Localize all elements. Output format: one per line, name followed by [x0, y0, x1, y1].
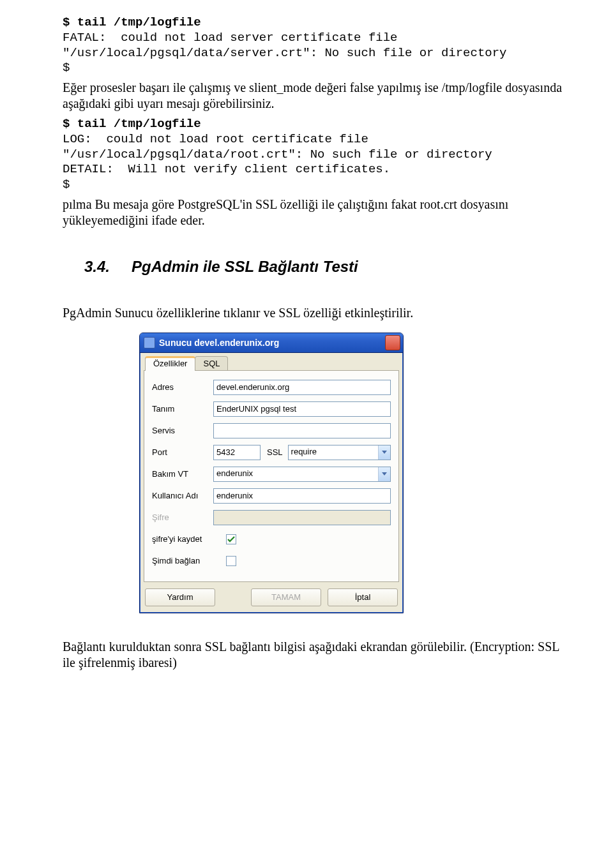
paragraph: PgAdmin Sunucu özelliklerine tıklanır ve… [63, 305, 575, 321]
code-line: LOG: could not load root certificate fil… [63, 132, 492, 161]
code-line: $ [63, 177, 70, 191]
chevron-down-icon[interactable] [378, 445, 390, 460]
ssl-combo[interactable]: require [288, 445, 391, 460]
port-field[interactable] [213, 445, 261, 460]
iptal-button[interactable]: İptal [328, 588, 398, 606]
code-line: $ [63, 61, 70, 75]
code-line: FATAL: could not load server certificate… [63, 31, 507, 60]
tamam-button[interactable]: TAMAM [251, 588, 321, 606]
chevron-down-icon[interactable] [378, 467, 390, 481]
server-properties-dialog: Sunucu devel.enderunix.org Özellikler SQ… [139, 333, 404, 613]
window-title: Sunucu devel.enderunix.org [159, 338, 385, 348]
heading-number: 3.4. [84, 258, 110, 275]
dialog-screenshot: Sunucu devel.enderunix.org Özellikler SQ… [139, 333, 575, 613]
label-ssl: SSL [267, 447, 283, 457]
yardim-button[interactable]: Yardım [145, 588, 215, 606]
paragraph: pılma Bu mesaja göre PostgreSQL'in SSL ö… [63, 197, 575, 228]
heading-text: PgAdmin ile SSL Bağlantı Testi [132, 258, 358, 275]
tab-sql[interactable]: SQL [195, 356, 228, 371]
simdibaglan-checkbox[interactable] [226, 556, 236, 566]
bakimvt-combo-value: enderunix [214, 467, 378, 481]
paragraph: Eğer prosesler başarı ile çalışmış ve sl… [63, 80, 575, 112]
label-bakimvt: Bakım VT [152, 469, 213, 479]
tab-ozellikler[interactable]: Özellikler [145, 356, 195, 371]
ssl-combo-value: require [289, 445, 378, 460]
tanim-field[interactable] [213, 401, 391, 417]
paragraph: Bağlantı kurulduktan sonra SSL bağlantı … [63, 639, 575, 671]
label-simdibaglan: Şimdi bağlan [152, 556, 226, 565]
app-icon [144, 337, 155, 348]
close-button[interactable] [385, 335, 400, 350]
titlebar[interactable]: Sunucu devel.enderunix.org [140, 333, 403, 353]
label-tanim: Tanım [152, 404, 213, 414]
section-heading: 3.4.PgAdmin ile SSL Bağlantı Testi [84, 258, 575, 276]
check-icon [227, 536, 235, 542]
tabs: Özellikler SQL [145, 355, 399, 370]
label-sifre: Şifre [152, 513, 213, 522]
kullanici-field[interactable] [213, 488, 391, 504]
label-kullanici: Kullanıcı Adı [152, 491, 213, 500]
sifre-field [213, 510, 391, 525]
code-line: $ tail /tmp/logfile [63, 15, 201, 29]
code-block-1: $ tail /tmp/logfile FATAL: could not loa… [63, 15, 575, 76]
code-line: $ tail /tmp/logfile [63, 117, 201, 131]
bakimvt-combo[interactable]: enderunix [213, 467, 391, 482]
code-block-2: $ tail /tmp/logfile LOG: could not load … [63, 117, 575, 193]
label-servis: Servis [152, 426, 213, 435]
button-bar: Yardım TAMAM İptal [140, 582, 403, 613]
code-line: DETAIL: Will not verify client certifica… [63, 162, 390, 176]
adres-field[interactable] [213, 380, 391, 395]
label-port: Port [152, 447, 213, 457]
label-sifrekaydet: şifre'yi kaydet [152, 534, 226, 544]
label-adres: Adres [152, 382, 213, 392]
sifrekaydet-checkbox[interactable] [226, 534, 236, 544]
servis-field[interactable] [213, 423, 391, 438]
tab-panel: Adres Tanım Servis Port SSL [144, 370, 399, 582]
